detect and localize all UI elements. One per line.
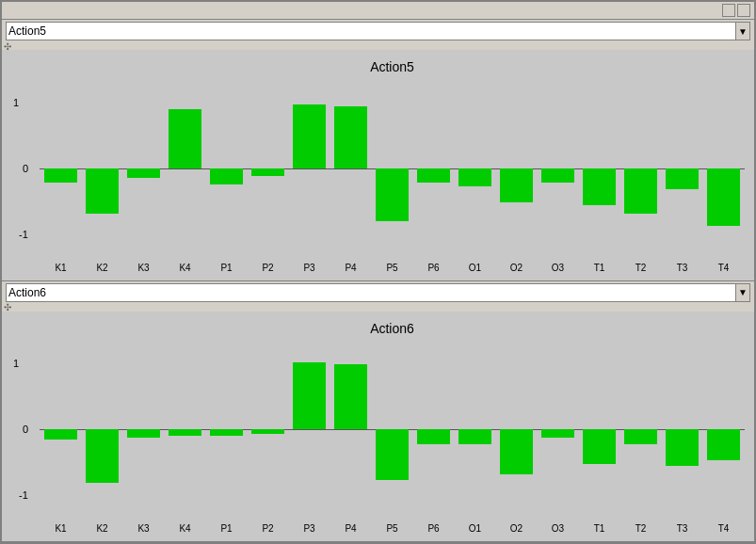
bar-label-P1: P1	[220, 523, 232, 534]
bar-neg-P6	[417, 168, 450, 184]
bar-group-P1: P1	[207, 341, 246, 520]
bar-neg-T3	[666, 168, 699, 189]
bar-label-K1: K1	[55, 263, 66, 273]
bar-label-T4: T4	[718, 263, 730, 273]
dropdown-row-2: Action1Action2Action3Action4Action5Actio…	[2, 281, 754, 304]
title-bar	[2, 2, 754, 20]
bar-label-T1: T1	[594, 263, 605, 273]
bar-label-T2: T2	[635, 263, 647, 273]
dropdown-row-1: Action1Action2Action3Action4Action5Actio…	[2, 20, 754, 42]
bar-group-T1: T1	[580, 79, 619, 258]
bar-label-P5: P5	[386, 523, 397, 534]
bar-neg-P5	[376, 168, 409, 222]
bar-wrapper-P5	[373, 341, 411, 520]
bar-label-O1: O1	[469, 523, 481, 534]
bar-group-P6: P6	[414, 341, 453, 520]
bar-label-P4: P4	[345, 263, 356, 273]
bar-wrapper-P1	[207, 79, 246, 258]
action-dropdown-2[interactable]: Action1Action2Action3Action4Action5Actio…	[6, 283, 736, 302]
y-label-neg-1: -1	[19, 229, 28, 240]
minimize-button[interactable]	[722, 4, 735, 17]
bar-pos-P4	[334, 364, 367, 430]
bar-wrapper-P3	[290, 79, 329, 258]
bar-wrapper-O2	[497, 341, 536, 520]
bar-wrapper-P4	[331, 341, 370, 520]
bar-wrapper-K3	[124, 341, 163, 520]
bar-group-O2: O2	[497, 341, 536, 520]
bar-group-K3: K3	[124, 79, 163, 258]
bar-wrapper-K2	[83, 341, 121, 520]
bar-label-K1: K1	[55, 523, 66, 534]
bar-group-O3: O3	[539, 341, 577, 520]
bar-neg-T2	[624, 429, 657, 444]
resize-handle-2[interactable]: ✣	[2, 304, 754, 312]
bar-label-O2: O2	[510, 263, 523, 273]
bar-wrapper-O1	[456, 341, 494, 520]
bar-label-K3: K3	[137, 523, 149, 534]
bar-label-O3: O3	[552, 263, 564, 273]
dropdown-arrow-2[interactable]: ▼	[735, 283, 750, 302]
bar-wrapper-O3	[539, 341, 577, 520]
bar-wrapper-O3	[539, 79, 577, 258]
bar-neg-T4	[707, 168, 740, 226]
bar-neg-K4	[169, 429, 201, 436]
bar-wrapper-K4	[166, 341, 204, 520]
bar-wrapper-P6	[414, 341, 453, 520]
bar-neg-T1	[583, 429, 616, 464]
bars-container-2: K1K2K3K4P1P2P3P4P5P6O1O2O3T1T2T3T4	[40, 341, 745, 520]
bar-label-P4: P4	[345, 523, 356, 534]
bar-pos-P3	[293, 362, 326, 429]
bar-wrapper-P3	[290, 341, 329, 520]
chart-section-2: Action1Action2Action3Action4Action5Actio…	[2, 281, 754, 543]
bar-label-K3: K3	[137, 263, 149, 273]
bar-wrapper-P5	[373, 79, 411, 258]
bar-wrapper-P1	[207, 341, 246, 520]
bar-wrapper-T1	[580, 341, 619, 520]
bar-label-P3: P3	[303, 263, 314, 273]
bar-pos-P4	[334, 106, 367, 168]
bar-group-K4: K4	[166, 79, 204, 258]
bar-group-T2: T2	[621, 79, 660, 258]
bar-group-O1: O1	[456, 79, 494, 258]
action-dropdown-1[interactable]: Action1Action2Action3Action4Action5Actio…	[6, 22, 736, 40]
bar-group-T4: T4	[704, 341, 743, 520]
bar-group-P3: P3	[290, 341, 329, 520]
bar-neg-K3	[127, 168, 160, 178]
bar-wrapper-T3	[663, 341, 701, 520]
bar-neg-K3	[127, 429, 160, 438]
bar-wrapper-P2	[249, 341, 287, 520]
bar-wrapper-T3	[663, 79, 701, 258]
bar-neg-K1	[44, 429, 77, 439]
chart-title-2: Action6	[40, 321, 745, 336]
resize-handle-1[interactable]: ✣	[2, 42, 754, 50]
bar-group-P3: P3	[290, 79, 329, 258]
y-label-pos-2: 1	[13, 358, 19, 369]
bar-wrapper-K2	[83, 79, 121, 258]
bar-group-T2: T2	[621, 341, 660, 520]
bar-wrapper-T2	[621, 341, 660, 520]
bar-neg-P6	[417, 429, 450, 444]
bar-group-O2: O2	[497, 79, 536, 258]
bar-group-T3: T3	[663, 79, 701, 258]
bar-wrapper-T4	[704, 79, 743, 258]
bar-group-K3: K3	[124, 341, 163, 520]
bars-container-1: K1K2K3K4P1P2P3P4P5P6O1O2O3T1T2T3T4	[40, 79, 745, 258]
y-label-zero-1: 0	[23, 163, 28, 174]
bar-wrapper-T4	[704, 341, 743, 520]
bar-neg-P1	[210, 429, 243, 436]
bar-neg-P2	[251, 168, 284, 177]
bar-group-K1: K1	[41, 79, 80, 258]
bar-label-P6: P6	[427, 263, 439, 273]
bar-neg-O2	[500, 429, 533, 474]
bar-neg-O3	[541, 429, 574, 438]
close-button[interactable]	[737, 4, 750, 17]
bar-group-T3: T3	[663, 341, 701, 520]
bar-wrapper-P4	[331, 79, 370, 258]
bar-group-P1: P1	[207, 79, 246, 258]
bar-label-T1: T1	[594, 523, 605, 534]
dropdown-arrow-1[interactable]: ▼	[735, 22, 750, 40]
bar-wrapper-O2	[497, 79, 536, 258]
bar-label-P5: P5	[386, 263, 397, 273]
bar-neg-K2	[86, 168, 119, 214]
chart-panel: Action1Action2Action3Action4Action5Actio…	[2, 20, 754, 542]
